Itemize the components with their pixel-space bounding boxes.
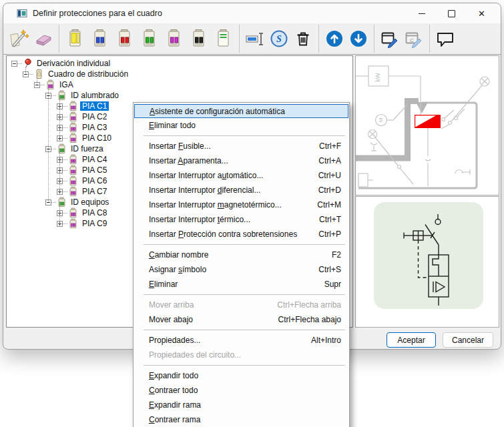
menu-item-label: Mover arriba: [149, 300, 194, 310]
minimize-button[interactable]: [407, 3, 437, 23]
tree-item-pia-c3[interactable]: PIA C3: [57, 122, 109, 133]
tree-item-label[interactable]: PIA C9: [80, 219, 109, 228]
tree-item-cuadro-de-distribucion[interactable]: Cuadro de distribución: [23, 69, 130, 79]
tree-item-id-equipos[interactable]: ID equipos: [45, 197, 111, 207]
tree-item-pia-c9[interactable]: PIA C9: [57, 218, 109, 229]
tree-item-iga[interactable]: IGA: [34, 79, 75, 90]
menu-item-propiedades[interactable]: Propiedades...Alt+Intro: [134, 333, 349, 348]
tree-item-pia-c4[interactable]: PIA C4: [57, 154, 109, 165]
menu-item-asistente-configuracion[interactable]: Asistente de configuración automática: [134, 104, 348, 118]
menu-item-label: Eliminar: [149, 280, 178, 289]
wizard-button[interactable]: [7, 25, 31, 53]
insert-switchgear-button[interactable]: [87, 25, 112, 53]
assign-symbol-button[interactable]: S: [267, 25, 291, 53]
tree-item-label[interactable]: ID alumbrado: [69, 91, 121, 100]
insert-magnetothermal-button[interactable]: [162, 25, 186, 53]
tree-item-label[interactable]: PIA C2: [80, 112, 109, 121]
cancel-button[interactable]: Cancelar: [443, 332, 493, 348]
magic-wand-icon: [9, 29, 29, 49]
tree-connector: [51, 202, 56, 203]
trash-icon: [293, 29, 313, 49]
menu-item-insertar-aparamenta[interactable]: Insertar Aparamenta...Ctrl+A: [134, 153, 349, 168]
menu-item-label: Asistente de configuración automática: [150, 107, 285, 116]
menu-item-mover-arriba: Mover arribaCtrl+Flecha arriba: [134, 298, 349, 312]
menu-item-label: Contraer todo: [149, 386, 198, 395]
motor-label: M: [378, 117, 384, 122]
tree-item-label[interactable]: PIA C10: [80, 133, 113, 143]
breaker-magenta-icon: [67, 133, 78, 143]
menu-item-contraer-todo[interactable]: Contraer todo: [134, 383, 349, 398]
context-menu: Asistente de configuración automáticaEli…: [133, 102, 350, 427]
menu-item-shortcut: Ctrl+A: [318, 156, 341, 165]
tree-item-label[interactable]: PIA C1: [80, 101, 109, 111]
rename-button[interactable]: [243, 25, 267, 53]
menu-item-insertar-interruptor-magnetotermico[interactable]: Insertar Interruptor magnetotérmico...Ct…: [134, 197, 349, 212]
tree-item-pia-c2[interactable]: PIA C2: [57, 111, 109, 122]
tree-item-label[interactable]: ID fuerza: [69, 144, 105, 153]
menu-item-eliminar-todo[interactable]: Eliminar todo: [134, 118, 349, 133]
tree-item-id-fuerza[interactable]: ID fuerza: [45, 143, 105, 154]
app-icon: [17, 8, 27, 19]
breaker-black-icon: [189, 29, 209, 49]
cabinet-icon: [33, 69, 44, 79]
move-down-button[interactable]: [346, 25, 370, 53]
erase-all-button[interactable]: [31, 25, 55, 53]
menu-item-insertar-fusible[interactable]: Insertar Fusible...Ctrl+F: [134, 139, 349, 153]
tree-item-label[interactable]: PIA C3: [80, 123, 109, 132]
insert-surge-protection-button[interactable]: [211, 25, 236, 53]
menu-item-insertar-interruptor-diferencial[interactable]: Insertar Interruptor diferencial...Ctrl+…: [134, 183, 349, 197]
toolbar-separator: [429, 25, 430, 53]
menu-item-propiedades-circuito: Propiedades del circuito...: [134, 348, 349, 362]
maximize-button[interactable]: [437, 3, 467, 23]
delete-button[interactable]: [291, 25, 315, 53]
tree-item-label[interactable]: PIA C4: [80, 155, 109, 164]
tree-item-pia-c5[interactable]: PIA C5: [57, 165, 109, 175]
menu-item-mover-abajo[interactable]: Mover abajoCtrl+Flecha abajo: [134, 312, 349, 327]
tree-item-label[interactable]: PIA C8: [80, 208, 109, 218]
menu-item-asignar-simbolo[interactable]: Asignar símboloCtrl+S: [134, 262, 349, 277]
tree-item-label[interactable]: PIA C5: [80, 165, 109, 175]
insert-circuit-breaker-button[interactable]: [112, 25, 137, 53]
menu-item-label: Insertar Aparamenta...: [149, 156, 228, 165]
menu-item-shortcut: Ctrl+Flecha abajo: [278, 315, 341, 324]
tree-connector: [63, 181, 67, 181]
move-up-button[interactable]: [322, 25, 346, 53]
tree-item-label[interactable]: PIA C6: [80, 176, 109, 185]
menu-item-expandir-todo[interactable]: Expandir todo: [134, 368, 349, 383]
insert-differential-button[interactable]: [137, 25, 162, 53]
tree-item-label[interactable]: ID equipos: [69, 197, 111, 207]
menu-item-cambiar-nombre[interactable]: Cambiar nombreF2: [134, 248, 349, 262]
tree-item-label[interactable]: PIA C7: [80, 187, 109, 196]
menu-item-shortcut: Ctrl+T: [319, 215, 341, 224]
menu-item-expandir-rama[interactable]: Expandir rama: [134, 398, 349, 412]
tree-item-label[interactable]: Cuadro de distribución: [46, 69, 130, 79]
toolbar-separator: [318, 25, 319, 53]
circuit-properties-button: C: [402, 25, 426, 53]
tree-item-pia-c8[interactable]: PIA C8: [57, 207, 109, 218]
tree-item-label[interactable]: Derivación individual: [35, 59, 112, 68]
menu-item-contraer-rama[interactable]: Contraer rama: [134, 412, 349, 427]
menu-item-insertar-interruptor-automatico[interactable]: Insertar Interruptor automático...Ctrl+U: [134, 168, 349, 183]
menu-item-insertar-proteccion-sobretensiones[interactable]: Insertar Protección contra sobretensione…: [134, 227, 349, 242]
tree-item-pia-c10[interactable]: PIA C10: [57, 133, 113, 143]
tree-item-pia-c6[interactable]: PIA C6: [57, 175, 109, 186]
insert-fuse-button[interactable]: [63, 25, 87, 53]
tree-item-id-alumbrado[interactable]: ID alumbrado: [45, 90, 121, 101]
menu-item-eliminar[interactable]: EliminarSupr: [134, 277, 349, 292]
tree-item-pia-c7[interactable]: PIA C7: [57, 186, 109, 197]
menu-item-insertar-interruptor-termico[interactable]: Insertar Interruptor térmico...Ctrl+T: [134, 212, 349, 227]
collapse-toggle[interactable]: [11, 61, 17, 67]
tree-item-derivacion-individual[interactable]: Derivación individual: [11, 58, 112, 69]
close-button[interactable]: ✕: [467, 3, 497, 23]
tree-item-label[interactable]: IGA: [57, 80, 75, 89]
menu-separator: [144, 365, 345, 366]
info-labels-button[interactable]: [433, 25, 457, 53]
accept-button[interactable]: Aceptar: [387, 332, 436, 348]
toolbar: SC: [3, 23, 501, 55]
tree-item-pia-c1[interactable]: PIA C1: [57, 101, 109, 111]
menu-item-shortcut: Ctrl+F: [319, 141, 341, 151]
properties-button[interactable]: [378, 25, 402, 53]
menu-item-shortcut: Ctrl+U: [318, 171, 341, 180]
insert-thermal-button[interactable]: [186, 25, 211, 53]
speech-bubble-icon: [435, 29, 455, 49]
